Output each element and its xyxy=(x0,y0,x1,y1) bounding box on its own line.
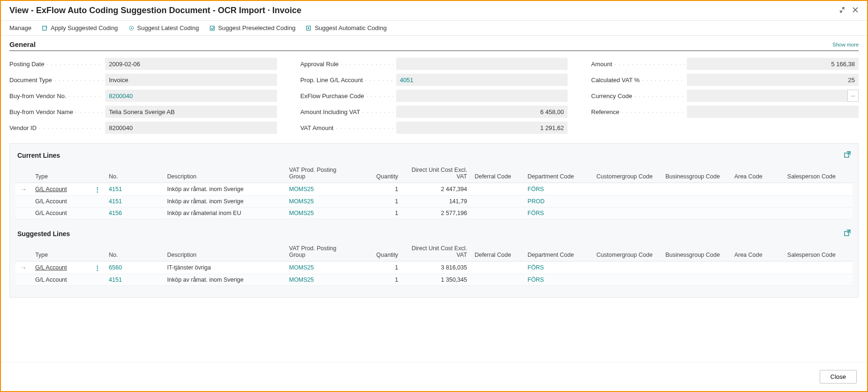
cell-unit-cost[interactable]: 1 350,345 xyxy=(402,274,471,286)
value-vat-amount[interactable]: 1 291,62 xyxy=(396,122,568,134)
cell-salesperson[interactable] xyxy=(784,183,853,196)
table-row[interactable]: G/L Account4151Inköp av råmat. inom Sver… xyxy=(15,196,853,208)
cell-businessgroup[interactable] xyxy=(661,274,730,286)
col-deferral[interactable]: Deferral Code xyxy=(471,242,524,261)
cell-area[interactable] xyxy=(730,183,784,196)
table-row[interactable]: →G/L Account⋮4151Inköp av råmat. inom Sv… xyxy=(15,183,853,196)
col-vat-group[interactable]: VAT Prod. Posting Group xyxy=(285,242,354,261)
cell-no[interactable]: 4151 xyxy=(105,274,163,286)
cell-type[interactable]: G/L Account xyxy=(31,196,90,208)
col-no[interactable]: No. xyxy=(105,242,163,261)
cell-deferral[interactable] xyxy=(471,196,524,208)
col-description[interactable]: Description xyxy=(163,164,285,183)
cell-description[interactable]: Inköp av råmat. inom Sverige xyxy=(163,183,285,196)
cell-vat-group[interactable]: MOMS25 xyxy=(285,196,354,208)
row-selector-icon[interactable]: → xyxy=(15,261,31,274)
value-vendor-id[interactable]: 8200040 xyxy=(105,122,277,134)
col-no[interactable]: No. xyxy=(105,164,163,183)
row-selector-icon[interactable] xyxy=(15,196,31,208)
row-selector-icon[interactable] xyxy=(15,208,31,219)
currency-code-lookup-button[interactable]: ··· xyxy=(847,90,859,102)
show-more-link[interactable]: Show more xyxy=(832,42,859,47)
cell-area[interactable] xyxy=(730,274,784,286)
suggest-latest-coding-button[interactable]: Suggest Latest Coding xyxy=(128,24,199,31)
cell-customergroup[interactable] xyxy=(593,196,662,208)
value-approval-rule[interactable] xyxy=(396,58,568,70)
cell-businessgroup[interactable] xyxy=(661,183,730,196)
table-row[interactable]: G/L Account4156Inköp av råmaterial inom … xyxy=(15,208,853,219)
table-row[interactable]: G/L Account4151Inköp av råmat. inom Sver… xyxy=(15,274,853,286)
cell-department[interactable]: PROD xyxy=(524,196,593,208)
apply-suggested-coding-button[interactable]: Apply Suggested Coding xyxy=(42,24,118,31)
value-prop-line-gl-account[interactable]: 4051 xyxy=(396,74,568,86)
cell-area[interactable] xyxy=(730,196,784,208)
cell-unit-cost[interactable]: 3 816,035 xyxy=(402,261,471,274)
value-amount-including-vat[interactable]: 6 458,00 xyxy=(396,106,568,118)
collapse-icon[interactable] xyxy=(839,7,845,15)
value-currency-code[interactable]: ··· xyxy=(687,90,859,102)
row-selector-icon[interactable]: → xyxy=(15,183,31,196)
cell-department[interactable]: FÖRS xyxy=(524,183,593,196)
value-reference[interactable] xyxy=(687,106,859,118)
cell-vat-group[interactable]: MOMS25 xyxy=(285,208,354,219)
suggested-lines-popout-icon[interactable] xyxy=(844,230,851,238)
col-type[interactable]: Type xyxy=(31,242,90,261)
col-unit-cost[interactable]: Direct Unit Cost Excl. VAT xyxy=(402,242,471,261)
col-area[interactable]: Area Code xyxy=(730,242,784,261)
col-area[interactable]: Area Code xyxy=(730,164,784,183)
cell-vat-group[interactable]: MOMS25 xyxy=(285,274,354,286)
col-salesperson[interactable]: Salesperson Code xyxy=(784,164,853,183)
col-type[interactable]: Type xyxy=(31,164,90,183)
row-menu-button[interactable]: ⋮ xyxy=(90,183,105,196)
cell-deferral[interactable] xyxy=(471,183,524,196)
manage-menu[interactable]: Manage xyxy=(9,24,31,31)
col-customergroup[interactable]: Customergroup Code xyxy=(593,242,662,261)
value-exflow-purchase-code[interactable] xyxy=(396,90,568,102)
cell-deferral[interactable] xyxy=(471,208,524,219)
col-department[interactable]: Department Code xyxy=(524,242,593,261)
cell-area[interactable] xyxy=(730,261,784,274)
col-salesperson[interactable]: Salesperson Code xyxy=(784,242,853,261)
value-posting-date[interactable]: 2009-02-06 xyxy=(105,58,277,70)
cell-no[interactable]: 6560 xyxy=(105,261,163,274)
cell-customergroup[interactable] xyxy=(593,183,662,196)
cell-vat-group[interactable]: MOMS25 xyxy=(285,261,354,274)
cell-no[interactable]: 4151 xyxy=(105,196,163,208)
cell-unit-cost[interactable]: 141,79 xyxy=(402,196,471,208)
close-icon[interactable] xyxy=(852,7,859,15)
value-buy-from-vendor-name[interactable]: Telia Sonera Sverige AB xyxy=(105,106,277,118)
cell-deferral[interactable] xyxy=(471,274,524,286)
cell-description[interactable]: Inköp av råmaterial inom EU xyxy=(163,208,285,219)
table-row[interactable]: →G/L Account⋮6560IT-tjänster övrigaMOMS2… xyxy=(15,261,853,274)
cell-type[interactable]: G/L Account xyxy=(31,274,90,286)
cell-description[interactable]: Inköp av råmat. inom Sverige xyxy=(163,274,285,286)
cell-department[interactable]: FÖRS xyxy=(524,274,593,286)
cell-department[interactable]: FÖRS xyxy=(524,208,593,219)
cell-quantity[interactable]: 1 xyxy=(354,208,402,219)
col-businessgroup[interactable]: Businessgroup Code xyxy=(661,164,730,183)
value-buy-from-vendor-no[interactable]: 8200040 xyxy=(105,90,277,102)
col-deferral[interactable]: Deferral Code xyxy=(471,164,524,183)
col-customergroup[interactable]: Customergroup Code xyxy=(593,164,662,183)
cell-type[interactable]: G/L Account xyxy=(31,183,90,196)
cell-description[interactable]: IT-tjänster övriga xyxy=(163,261,285,274)
cell-area[interactable] xyxy=(730,208,784,219)
cell-type[interactable]: G/L Account xyxy=(31,208,90,219)
suggest-preselected-coding-button[interactable]: Suggest Preselected Coding xyxy=(209,24,296,31)
cell-businessgroup[interactable] xyxy=(661,196,730,208)
cell-customergroup[interactable] xyxy=(593,261,662,274)
col-department[interactable]: Department Code xyxy=(524,164,593,183)
cell-salesperson[interactable] xyxy=(784,196,853,208)
suggest-automatic-coding-button[interactable]: Suggest Automatic Coding xyxy=(306,24,386,31)
col-businessgroup[interactable]: Businessgroup Code xyxy=(661,242,730,261)
cell-businessgroup[interactable] xyxy=(661,261,730,274)
cell-no[interactable]: 4156 xyxy=(105,208,163,219)
cell-salesperson[interactable] xyxy=(784,261,853,274)
col-quantity[interactable]: Quantity xyxy=(354,164,402,183)
cell-type[interactable]: G/L Account xyxy=(31,261,90,274)
col-quantity[interactable]: Quantity xyxy=(354,242,402,261)
cell-no[interactable]: 4151 xyxy=(105,183,163,196)
col-unit-cost[interactable]: Direct Unit Cost Excl. VAT xyxy=(402,164,471,183)
cell-customergroup[interactable] xyxy=(593,274,662,286)
close-button[interactable]: Close xyxy=(820,370,857,384)
